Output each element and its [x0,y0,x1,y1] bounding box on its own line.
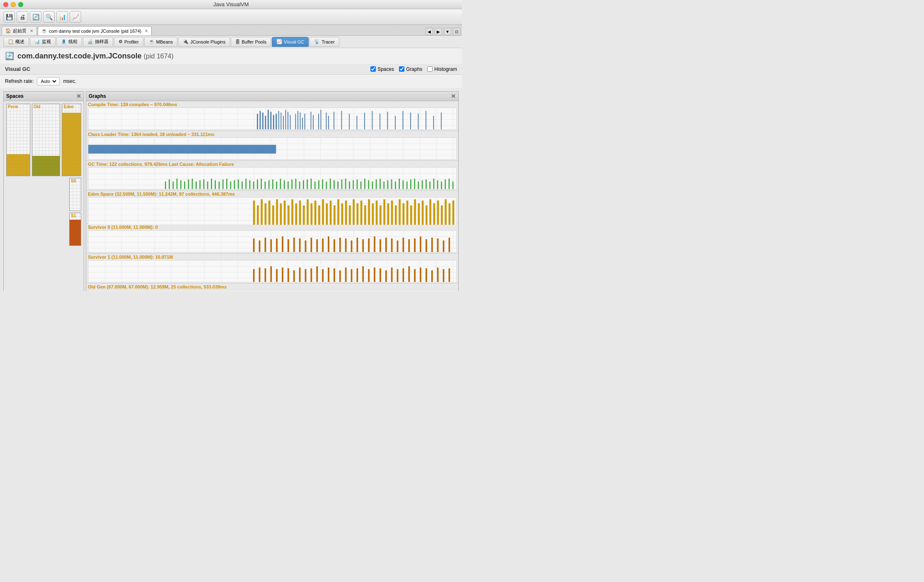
tab-threads[interactable]: 🧵 线程 [56,37,82,47]
svg-rect-170 [253,238,255,252]
maximize-button[interactable] [18,2,23,7]
svg-rect-200 [426,239,427,252]
toolbar-graph-btn[interactable]: 📈 [70,11,81,23]
svg-rect-139 [337,199,339,225]
svg-rect-125 [284,201,286,225]
refresh-icon[interactable]: 🔄 [5,51,14,61]
tab-jconsole-plugins[interactable]: 🔌 JConsole Plugins [178,37,230,47]
tab-profiler[interactable]: ⚙ Profiler [114,37,143,47]
graphs-checkbox[interactable] [399,66,404,72]
spaces-checkbox[interactable] [370,66,376,72]
svg-rect-48 [192,179,193,189]
close-button[interactable] [3,2,8,7]
display-options: Spaces Graphs Histogram [370,66,457,72]
histogram-checkbox[interactable] [427,66,433,72]
tab-sampler[interactable]: 🔬 抽样器 [83,37,113,47]
spaces-panel-title: Spaces [6,93,24,99]
tab-buffer-pools[interactable]: 🗄 Buffer Pools [231,37,271,47]
svg-rect-164 [433,204,435,225]
old-space: Old [32,104,60,176]
svg-rect-85 [334,180,335,189]
home-tab-close[interactable]: ✕ [30,29,33,33]
svg-rect-192 [380,239,381,252]
svg-rect-13 [290,115,291,129]
threads-label: 线程 [68,39,77,45]
svg-rect-89 [349,182,350,189]
tab-scroll-left[interactable]: ◀ [426,28,433,35]
tab-dropdown[interactable]: ▼ [444,28,451,35]
tab-mbeans[interactable]: ☕ MBeans [144,37,177,47]
svg-rect-121 [268,201,271,225]
svg-rect-161 [422,201,424,225]
svg-rect-103 [403,180,404,189]
svg-rect-193 [385,238,387,252]
svg-rect-209 [276,269,278,282]
monitor-label: 监视 [42,39,51,45]
tab-scroll-right[interactable]: ▶ [435,28,442,35]
svg-rect-51 [203,179,205,189]
svg-rect-216 [316,266,318,282]
svg-rect-159 [414,199,416,225]
app-tab-jconsole[interactable]: ☕ com danny test code jvm JConsole (pid … [38,26,152,35]
svg-rect-212 [293,270,295,282]
svg-rect-172 [265,238,266,252]
minimize-button[interactable] [11,2,16,7]
svg-rect-71 [280,179,281,189]
svg-rect-132 [311,204,313,225]
svg-rect-111 [433,179,435,189]
spaces-checkbox-label[interactable]: Spaces [370,66,394,72]
svg-rect-10 [283,116,284,129]
overview-icon: 📋 [8,39,14,44]
svg-rect-4 [268,110,269,129]
page-pid: (pid 1674) [144,53,174,60]
toolbar-refresh-btn[interactable]: 🔄 [30,11,41,23]
svg-rect-80 [314,182,316,189]
refresh-rate-dropdown[interactable]: Auto 100 200 500 1000 2000 [39,78,58,84]
tab-visual-gc[interactable]: 📈 Visual GC [272,37,309,47]
svg-rect-56 [223,179,224,189]
toolbar-save-btn[interactable]: 💾 [3,11,15,23]
window-controls[interactable] [3,2,23,7]
visual-gc-label: Visual GC [284,39,304,44]
survivor0-title: Survivor 0 (11.000M, 11.000M): 0 [88,225,457,230]
svg-rect-113 [441,182,442,189]
svg-rect-188 [357,238,358,252]
buffer-icon: 🗄 [235,39,240,44]
compile-time-graph: Compile Time: 139 compiles – 970.048ms [86,101,458,131]
overview-label: 概述 [15,39,24,45]
svg-rect-38 [433,116,434,129]
threads-icon: 🧵 [61,39,67,44]
toolbar-chart-btn[interactable]: 📊 [56,11,68,23]
graphs-panel-close[interactable]: ✕ [451,93,456,99]
svg-rect-122 [272,205,274,225]
tab-monitor[interactable]: 📊 监视 [30,37,56,47]
refresh-rate-suffix: msec. [63,78,76,84]
svg-rect-218 [328,267,329,282]
window-restore[interactable]: ⊡ [453,28,460,35]
svg-rect-222 [351,269,353,282]
svg-rect-167 [445,199,447,225]
graphs-panel-header: Graphs ✕ [86,92,458,101]
toolbar-print-btn[interactable]: 🖨 [17,11,28,23]
app-tab-home[interactable]: 🏠 起始页 ✕ [2,26,37,35]
jconsole-tab-close[interactable]: ✕ [145,29,148,33]
toolbar-search-btn[interactable]: 🔍 [43,11,55,23]
refresh-rate-select[interactable]: Auto 100 200 500 1000 2000 [37,77,60,85]
s1-space: S1 [69,213,81,246]
svg-rect-73 [288,182,289,189]
spaces-panel-close[interactable]: ✕ [76,93,81,99]
old-gen-graph: Old Gen (67.000M, 67.000M): 12.959M, 25 … [86,284,458,291]
svg-rect-162 [426,205,428,225]
svg-rect-42 [169,179,170,189]
histogram-checkbox-label[interactable]: Histogram [427,66,457,72]
svg-rect-102 [399,179,400,189]
svg-rect-16 [300,113,301,129]
svg-rect-220 [339,270,341,282]
sampler-label: 抽样器 [95,39,109,45]
svg-rect-32 [387,112,388,129]
tab-overview[interactable]: 📋 概述 [3,37,29,47]
tab-tracer[interactable]: 📡 Tracer [310,37,339,47]
svg-rect-29 [364,113,365,129]
graphs-checkbox-label[interactable]: Graphs [399,66,422,72]
svg-rect-96 [376,179,377,189]
